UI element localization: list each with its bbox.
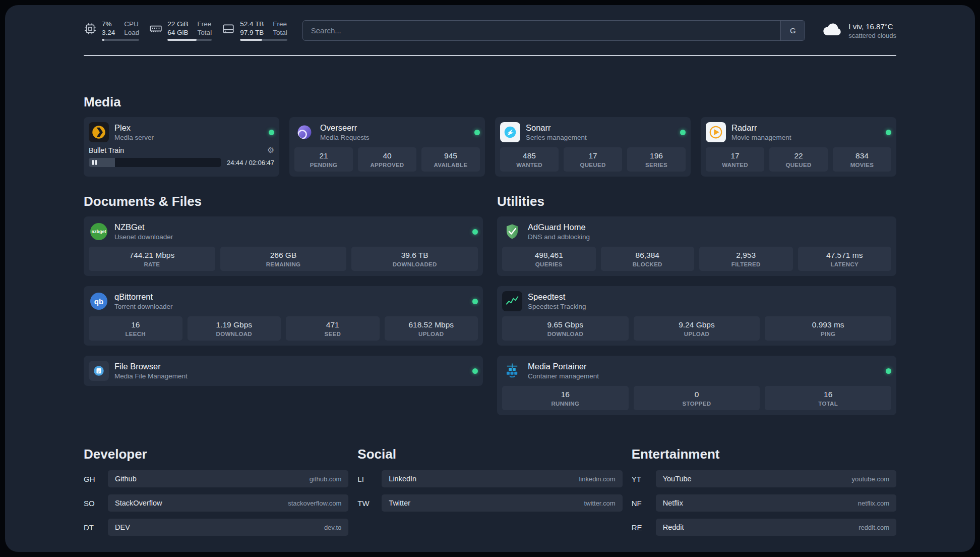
resource-cpu: 7% CPU 3.24 Load <box>84 20 139 41</box>
plex-now-playing-widget: Bullet Train ⚙ 24:44 / 02:06:47 <box>89 146 274 167</box>
stat-leech: 16 LEECH <box>89 316 182 341</box>
dashboard-panel: 7% CPU 3.24 Load 22 GiB Free 64 G <box>5 5 975 552</box>
section-title-entertainment: Entertainment <box>632 447 896 462</box>
bookmark-abbr: TW <box>357 499 382 508</box>
section-title-media: Media <box>84 94 896 110</box>
weather-widget[interactable]: Lviv, 16.87°C scattered clouds <box>822 22 896 39</box>
cpu-icon <box>84 22 97 37</box>
qbittorrent-icon: qb <box>89 291 109 311</box>
bookmark-name: LinkedIn <box>389 475 416 483</box>
documents-column: Documents & Files nzbget NZBGet Usenet d… <box>84 194 483 415</box>
bookmark-youtube[interactable]: YT YouTube youtube.com <box>632 470 896 487</box>
gear-icon[interactable]: ⚙ <box>267 146 274 154</box>
service-name: Media Portainer <box>528 362 599 371</box>
cpu-usage-label: CPU <box>124 20 139 28</box>
cpu-load-value: 3.24 <box>102 29 115 36</box>
stat-download: 9.65 Gbps DOWNLOAD <box>502 316 629 341</box>
service-card-nzbget[interactable]: nzbget NZBGet Usenet downloader 744.21 M… <box>84 216 483 276</box>
service-card-qbittorrent[interactable]: qb qBittorrent Torrent downloader 16 LEE… <box>84 286 483 346</box>
status-dot <box>474 130 480 135</box>
memory-icon <box>149 22 162 37</box>
search-bar[interactable]: G <box>302 20 806 41</box>
bookmark-netflix[interactable]: NF Netflix netflix.com <box>632 494 896 512</box>
disk-progress-bar <box>240 39 287 41</box>
service-name: qBittorrent <box>114 292 173 302</box>
service-card-adguard[interactable]: AdGuard Home DNS and adblocking 498,461 … <box>497 216 896 276</box>
bookmark-reddit[interactable]: RE Reddit reddit.com <box>632 519 896 536</box>
playback-progress-bar[interactable] <box>89 158 221 167</box>
stat-blocked: 86,384 BLOCKED <box>601 247 695 271</box>
bookmark-name: Netflix <box>663 499 683 507</box>
bookmark-name: Twitter <box>389 499 410 507</box>
section-title-documents: Documents & Files <box>84 194 483 209</box>
resource-disk: 52.4 TB Free 97.9 TB Total <box>222 20 287 41</box>
service-card-sonarr[interactable]: Sonarr Series management 485 WANTED 17 Q… <box>495 117 691 177</box>
top-bar: 7% CPU 3.24 Load 22 GiB Free 64 G <box>84 20 896 41</box>
service-name: Plex <box>114 123 154 133</box>
disk-total-value: 97.9 TB <box>240 29 264 36</box>
cpu-usage-value: 7% <box>102 20 115 28</box>
bookmark-abbr: DT <box>84 523 108 532</box>
bookmark-abbr: SO <box>84 499 108 508</box>
stat-downloaded: 39.6 TB DOWNLOADED <box>351 247 478 271</box>
memory-total-label: Total <box>198 29 212 36</box>
bookmark-dev[interactable]: DT DEV dev.to <box>84 519 348 536</box>
service-card-portainer[interactable]: Media Portainer Container management 16 … <box>497 356 896 415</box>
bookmark-name: Github <box>115 475 137 483</box>
bookmark-url: reddit.com <box>859 524 889 531</box>
bookmark-abbr: LI <box>357 475 382 483</box>
bookmark-github[interactable]: GH Github github.com <box>84 470 348 487</box>
service-description: Usenet downloader <box>114 233 173 241</box>
service-name: NZBGet <box>114 222 173 232</box>
stat-wanted: 485 WANTED <box>500 147 559 172</box>
service-name: AdGuard Home <box>528 222 590 232</box>
stat-upload: 618.52 Mbps UPLOAD <box>385 316 478 341</box>
service-description: Container management <box>528 372 599 380</box>
search-input[interactable] <box>303 21 781 40</box>
service-description: Series management <box>526 134 587 141</box>
service-card-filebrowser[interactable]: File Browser Media File Management <box>84 356 483 386</box>
nzbget-icon: nzbget <box>89 221 109 242</box>
bookmark-abbr: GH <box>84 475 108 483</box>
bookmark-url: dev.to <box>324 524 341 531</box>
status-dot <box>472 368 478 374</box>
bookmark-url: github.com <box>310 475 342 483</box>
bookmark-url: stackoverflow.com <box>288 499 341 507</box>
cpu-progress-bar <box>102 39 139 41</box>
bookmark-twitter[interactable]: TW Twitter twitter.com <box>357 494 622 512</box>
disk-free-value: 52.4 TB <box>240 20 264 28</box>
status-dot <box>886 130 891 135</box>
bookmark-url: youtube.com <box>852 475 889 483</box>
stat-series: 196 SERIES <box>627 147 686 172</box>
bookmark-stackoverflow[interactable]: SO StackOverflow stackoverflow.com <box>84 494 348 512</box>
stat-available: 945 AVAILABLE <box>421 147 480 172</box>
service-name: Speedtest <box>528 292 586 302</box>
service-card-speedtest[interactable]: Speedtest Speedtest Tracking 9.65 Gbps D… <box>497 286 896 346</box>
bookmark-name: YouTube <box>663 475 692 483</box>
service-card-plex[interactable]: Plex Media server Bullet Train ⚙ 24:44 /… <box>84 117 279 177</box>
stat-queries: 498,461 QUERIES <box>502 247 596 271</box>
filebrowser-icon <box>89 361 109 381</box>
service-card-overseerr[interactable]: Overseerr Media Requests 21 PENDING 40 A… <box>289 117 485 177</box>
section-title-developer: Developer <box>84 447 348 462</box>
weather-condition: scattered clouds <box>848 32 896 39</box>
playback-time: 24:44 / 02:06:47 <box>227 159 274 166</box>
stat-queued: 22 QUEUED <box>769 147 828 172</box>
bookmark-url: netflix.com <box>858 499 889 507</box>
overseerr-icon <box>294 122 315 142</box>
bookmark-name: Reddit <box>663 523 684 531</box>
bookmark-group-entertainment: Entertainment YT YouTube youtube.com NF … <box>632 447 896 536</box>
status-dot <box>680 130 686 135</box>
utilities-column: Utilities AdGuard Home <box>497 194 896 415</box>
bookmark-name: StackOverflow <box>115 499 162 507</box>
search-provider-button[interactable]: G <box>780 21 805 40</box>
service-card-radarr[interactable]: Radarr Movie management 17 WANTED 22 QUE… <box>701 117 896 177</box>
bookmark-name: DEV <box>115 523 130 531</box>
pause-icon[interactable] <box>92 160 97 165</box>
adguard-icon <box>502 221 522 242</box>
plex-icon <box>89 122 109 142</box>
stat-queued: 17 QUEUED <box>564 147 622 172</box>
bookmark-linkedin[interactable]: LI LinkedIn linkedin.com <box>357 470 622 487</box>
disk-free-label: Free <box>273 20 287 28</box>
now-playing-title: Bullet Train <box>89 146 124 154</box>
